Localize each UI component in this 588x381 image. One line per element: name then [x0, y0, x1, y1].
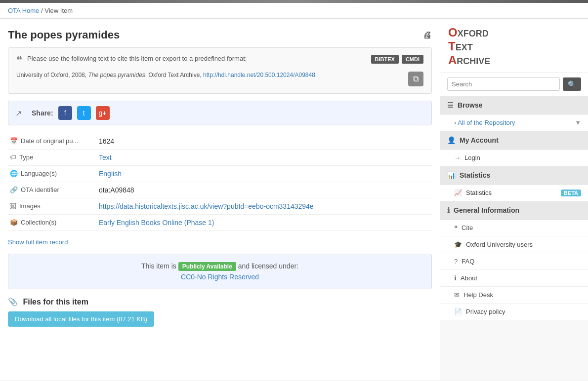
meta-value-images[interactable]: https://data.historicaltexts.jisc.ac.uk/…: [99, 202, 314, 210]
copy-cite-button[interactable]: ⧉: [408, 72, 423, 86]
license-link[interactable]: CC0-No Rights Reserved: [16, 273, 423, 281]
oxford-icon: 🎓: [454, 241, 462, 248]
account-icon: 👤: [447, 136, 456, 144]
statistics-icon: 📊: [447, 171, 456, 179]
sidebar-item-cite[interactable]: ❝ Cite: [440, 220, 588, 236]
cite-ref-mid: , Oxford Text Archive,: [145, 72, 202, 78]
search-button[interactable]: 🔍: [563, 77, 581, 91]
general-info-icon: ℹ: [447, 206, 450, 214]
cite-label: Cite: [462, 224, 473, 231]
bibtex-button[interactable]: BIBTEX: [371, 55, 399, 64]
sidebar-search-bar: 🔍: [440, 73, 588, 96]
breadcrumb-home-link[interactable]: OTA Home: [8, 7, 39, 14]
cite-ref-url-link[interactable]: http://hdl.handle.net/20.500.12024/A0984…: [203, 72, 315, 78]
date-icon: 📅: [10, 137, 18, 145]
logo-line-1: OXFORD: [448, 26, 580, 39]
ota-logo: OXFORD TEXT ARCHIVE: [440, 19, 588, 73]
cite-box: ❝ Please use the following text to cite …: [8, 47, 432, 94]
logo-t: T: [448, 39, 456, 53]
logo-line-2: TEXT: [448, 39, 580, 53]
license-box: This item is Publicly Available and lice…: [8, 254, 432, 289]
license-badge: Publicly Available: [178, 262, 236, 271]
share-bar: ↗ Share: f t g+: [8, 101, 432, 125]
facebook-share-icon[interactable]: f: [58, 106, 72, 120]
license-text-before: This item is: [141, 262, 176, 270]
sidebar-item-all-repository[interactable]: › All of the Repository ▼: [440, 114, 588, 131]
share-text-label: Share:: [32, 109, 53, 117]
metadata-table: 📅Date of original pu... 1624 🏷Type Text …: [8, 133, 432, 231]
breadcrumb-current: View Item: [44, 7, 73, 14]
meta-value-type[interactable]: Text: [99, 153, 112, 161]
meta-label-images: Images: [19, 202, 41, 210]
meta-label-type: Type: [19, 153, 33, 161]
logo-o: O: [448, 26, 458, 39]
meta-row-date: 📅Date of original pu... 1624: [8, 133, 432, 150]
faq-icon: ?: [454, 258, 458, 265]
meta-row-ota-id: 🔗OTA identifier ota:A09848: [8, 182, 432, 198]
cite-reference: University of Oxford, 2008, The popes py…: [16, 72, 317, 78]
sidebar-item-statistics-beta[interactable]: 📈 Statistics BETA: [440, 185, 588, 201]
sidebar-browse-header[interactable]: ☰ Browse: [440, 96, 588, 114]
repository-label: All of the Repository: [458, 119, 515, 126]
cite-ref-title: The popes pyramides: [88, 72, 145, 78]
share-icon-decorative: ↗: [15, 109, 22, 118]
type-icon: 🏷: [10, 153, 16, 161]
print-icon[interactable]: 🖨: [423, 30, 432, 40]
sidebar-item-privacy[interactable]: 📄 Privacy policy: [440, 304, 588, 320]
sidebar-general-info-header[interactable]: ℹ General Information: [440, 201, 588, 220]
statistics-label: Statistics: [460, 171, 490, 179]
googleplus-share-icon[interactable]: g+: [96, 106, 110, 120]
file-icon: 📎: [8, 298, 18, 306]
twitter-share-icon[interactable]: t: [77, 106, 91, 120]
logo-xford: XFORD: [458, 29, 489, 38]
sidebar-item-about[interactable]: ℹ About: [440, 270, 588, 287]
meta-label-date: Date of original pu...: [21, 137, 78, 145]
language-icon: 🌐: [10, 170, 18, 177]
sidebar-statistics-header[interactable]: 📊 Statistics: [440, 166, 588, 185]
meta-value-language[interactable]: English: [99, 170, 122, 178]
helpdesk-label: Help Desk: [463, 291, 493, 299]
meta-value-ota-id: ota:A09848: [97, 182, 432, 198]
meta-label-ota-id: OTA identifier: [21, 186, 59, 193]
sidebar-item-faq[interactable]: ? FAQ: [440, 253, 588, 270]
ota-id-icon: 🔗: [10, 186, 18, 193]
page-title-row: The popes pyramides 🖨: [8, 29, 432, 41]
about-label: About: [461, 274, 477, 282]
meta-row-collection: 📦Collection(s) Early English Books Onlin…: [8, 215, 432, 231]
cite-ref-prefix: University of Oxford, 2008,: [16, 72, 86, 78]
collection-icon: 📦: [10, 219, 18, 226]
sidebar-item-oxford-users[interactable]: 🎓 Oxford University users: [440, 236, 588, 253]
search-input[interactable]: [447, 77, 560, 91]
show-full-record-link[interactable]: Show full item record: [8, 238, 68, 246]
meta-label-collection: Collection(s): [21, 219, 56, 226]
cite-instruction: Please use the following text to cite th…: [27, 55, 247, 62]
download-all-button[interactable]: Download all local files for this item (…: [8, 311, 154, 327]
breadcrumb-separator: /: [41, 7, 43, 14]
cmdi-button[interactable]: CMDI: [402, 55, 423, 64]
license-text-after: and licensed under:: [238, 262, 298, 270]
browse-label: Browse: [458, 101, 483, 109]
meta-label-language: Language(s): [21, 170, 57, 177]
files-section-title: 📎 Files for this item: [8, 297, 432, 306]
files-section: 📎 Files for this item Download all local…: [8, 297, 432, 327]
oxford-users-label: Oxford University users: [466, 241, 533, 248]
repository-link[interactable]: › All of the Repository: [454, 119, 515, 126]
about-icon: ℹ: [454, 274, 457, 282]
meta-value-collection[interactable]: Early English Books Online (Phase 1): [99, 219, 214, 227]
sidebar-item-helpdesk[interactable]: ✉ Help Desk: [440, 287, 588, 304]
privacy-label: Privacy policy: [466, 308, 505, 315]
main-content: The popes pyramides 🖨 ❝ Please use the f…: [0, 19, 440, 380]
logo-a: A: [448, 53, 457, 67]
faq-label: FAQ: [462, 258, 474, 265]
cite-icon: ❝: [454, 224, 458, 231]
login-label: Login: [464, 154, 480, 161]
account-label: My Account: [460, 136, 499, 144]
quote-icon: ❝: [16, 54, 22, 67]
sidebar-item-login[interactable]: → Login: [440, 150, 588, 166]
stats-sub-icon: 📈: [454, 189, 462, 196]
images-icon: 🖼: [10, 202, 16, 210]
browse-icon: ☰: [447, 101, 454, 109]
files-title-text: Files for this item: [23, 298, 88, 306]
sidebar: OXFORD TEXT ARCHIVE 🔍 ☰ Browse › All of …: [440, 19, 588, 380]
sidebar-account-header[interactable]: 👤 My Account: [440, 131, 588, 150]
